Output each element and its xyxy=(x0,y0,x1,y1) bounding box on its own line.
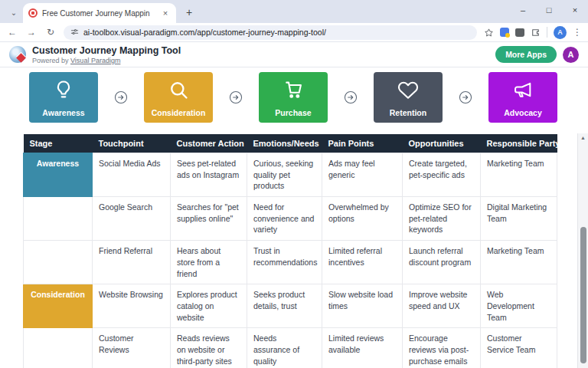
stage-purchase[interactable]: Purchase xyxy=(259,72,328,123)
column-header: Pain Points xyxy=(322,134,403,153)
stage-awareness[interactable]: Awareness xyxy=(29,72,98,123)
maximize-button[interactable]: □ xyxy=(536,0,562,20)
column-header: Opportunities xyxy=(403,134,481,153)
url-text: ai-toolbox.visual-paradigm.com/app/custo… xyxy=(83,28,326,37)
action-cell: Explores product catalog on website xyxy=(171,284,247,328)
stage-label: Purchase xyxy=(259,108,328,117)
emotions-cell: Trust in recommendations xyxy=(247,241,322,284)
touchpoint-cell: Website Browsing xyxy=(93,284,171,328)
emotions-cell: Curious, seeking quality pet products xyxy=(247,153,322,197)
party-cell: Marketing Team xyxy=(481,153,557,197)
stage-cell xyxy=(24,197,93,241)
action-cell: Sees pet-related ads on Instagram xyxy=(171,153,247,197)
toolbar-right: A ⋮ xyxy=(484,26,582,39)
browser-toolbar: ← → ↻ ai-toolbox.visual-paradigm.com/app… xyxy=(0,23,588,42)
stage-advocacy[interactable]: Advocacy xyxy=(488,72,557,123)
heart-icon xyxy=(397,79,419,100)
forward-button[interactable]: → xyxy=(25,27,38,38)
cart-icon xyxy=(283,79,304,100)
main-content: AwarenessConsiderationPurchaseRetentionA… xyxy=(0,67,588,368)
action-cell: Hears about store from a friend xyxy=(171,241,247,284)
address-bar[interactable]: ai-toolbox.visual-paradigm.com/app/custo… xyxy=(64,25,477,40)
visual-paradigm-link[interactable]: Visual Paradigm xyxy=(70,57,120,64)
opportunity-cell: Improve website speed and UX xyxy=(403,284,481,328)
opportunity-cell: Create targeted, pet-specific ads xyxy=(403,153,481,197)
minimize-button[interactable]: – xyxy=(510,0,536,20)
stage-consideration[interactable]: Consideration xyxy=(144,72,213,123)
journey-table: StageTouchpointCustomer ActionEmotions/N… xyxy=(23,134,557,368)
new-tab-button[interactable]: + xyxy=(181,4,198,21)
close-button[interactable]: × xyxy=(562,0,588,20)
pain-cell: Slow website load times xyxy=(322,284,403,328)
browser-profile-avatar[interactable]: A xyxy=(554,26,567,39)
scrollbar-thumb[interactable] xyxy=(580,227,586,363)
more-apps-button[interactable]: More Apps xyxy=(495,46,557,63)
megaphone-icon xyxy=(512,79,534,100)
tab-strip: ⌄ Free Customer Journey Mappin × + – □ × xyxy=(0,0,588,23)
pinned-extension-dark-icon[interactable] xyxy=(515,28,524,37)
window-controls: – □ × xyxy=(510,0,588,20)
touchpoint-cell: Social Media Ads xyxy=(93,153,171,197)
journey-table-body: AwarenessSocial Media AdsSees pet-relate… xyxy=(24,153,557,368)
column-header: Stage xyxy=(24,134,93,153)
powered-by: Powered by Visual Paradigm xyxy=(32,57,489,64)
column-header: Responsible Party xyxy=(481,134,557,153)
browser-tab[interactable]: Free Customer Journey Mappin × xyxy=(23,3,176,23)
arrow-right-icon xyxy=(114,90,128,104)
table-row: Customer ReviewsReads reviews on website… xyxy=(24,328,557,368)
page-scrollbar[interactable]: ▲ xyxy=(577,133,588,368)
tab-title: Free Customer Journey Mappin xyxy=(42,9,155,18)
stage-cell: Awareness xyxy=(24,153,93,197)
opportunity-cell: Encourage reviews via post-purchase emai… xyxy=(403,328,481,368)
journey-table-head-row: StageTouchpointCustomer ActionEmotions/N… xyxy=(24,134,557,153)
scroll-up-icon[interactable]: ▲ xyxy=(578,135,588,140)
pinned-extension-icon[interactable] xyxy=(500,28,509,37)
stage-label: Awareness xyxy=(29,108,98,117)
emotions-cell: Seeks product details, trust xyxy=(247,284,322,328)
stage-retention[interactable]: Retention xyxy=(374,72,443,123)
user-avatar[interactable]: A xyxy=(563,47,579,63)
column-header: Touchpoint xyxy=(93,134,171,153)
arrow-right-icon xyxy=(459,90,472,104)
party-cell: Web Development Team xyxy=(481,284,557,328)
browser-menu-icon[interactable]: ⋮ xyxy=(573,27,582,38)
pain-cell: Limited reviews available xyxy=(322,328,403,368)
table-row: Google SearchSearches for "pet supplies … xyxy=(24,197,557,241)
tab-close-icon[interactable]: × xyxy=(160,8,171,18)
party-cell: Customer Service Team xyxy=(481,328,557,368)
tab-search-button[interactable]: ⌄ xyxy=(6,5,21,20)
touchpoint-cell: Customer Reviews xyxy=(93,328,171,368)
touchpoint-cell: Friend Referral xyxy=(93,241,171,284)
chevron-down-icon: ⌄ xyxy=(11,8,17,17)
lightbulb-icon xyxy=(53,79,74,100)
opportunity-cell: Launch referral discount program xyxy=(403,241,481,284)
refresh-button[interactable]: ↻ xyxy=(44,27,57,38)
party-cell: Marketing Team xyxy=(481,241,557,284)
tune-icon xyxy=(70,25,79,39)
back-button[interactable]: ← xyxy=(6,27,18,38)
table-row: AwarenessSocial Media AdsSees pet-relate… xyxy=(24,153,557,197)
stage-label: Advocacy xyxy=(488,108,557,117)
stage-label: Consideration xyxy=(144,108,213,117)
stage-cell xyxy=(24,328,93,368)
column-header: Emotions/Needs xyxy=(247,134,322,153)
bookmark-star-icon[interactable] xyxy=(484,28,494,38)
pain-cell: Ads may feel generic xyxy=(322,153,403,197)
arrow-right-icon xyxy=(229,90,243,104)
emotions-cell: Needs assurance of quality xyxy=(247,328,322,368)
action-cell: Searches for "pet supplies online" xyxy=(171,197,247,241)
page-title: Customer Journey Mapping Tool xyxy=(32,45,489,57)
emotions-cell: Need for convenience and variety xyxy=(247,197,322,241)
column-header: Customer Action xyxy=(171,134,247,153)
journey-stages: AwarenessConsiderationPurchaseRetentionA… xyxy=(29,72,557,123)
extensions-icon[interactable] xyxy=(531,28,541,38)
touchpoint-cell: Google Search xyxy=(93,197,171,241)
action-cell: Reads reviews on website or third-party … xyxy=(171,328,247,368)
stage-label: Retention xyxy=(374,108,443,117)
pain-cell: Overwhelmed by options xyxy=(322,197,403,241)
table-row: ConsiderationWebsite BrowsingExplores pr… xyxy=(24,284,557,328)
visual-paradigm-logo xyxy=(9,46,26,63)
stage-cell: Consideration xyxy=(24,284,93,328)
plus-icon: + xyxy=(186,6,192,18)
pain-cell: Limited referral incentives xyxy=(322,241,403,284)
